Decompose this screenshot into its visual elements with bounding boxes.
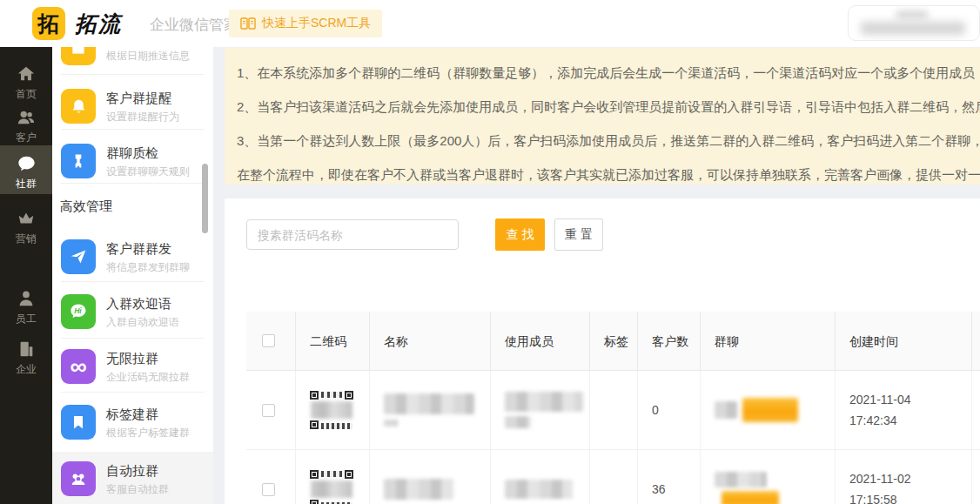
created-at-cell: 2021-11-02 17:15:58 — [836, 450, 972, 504]
redacted-text — [384, 393, 474, 414]
nav-item-customers[interactable]: 客户 — [0, 101, 52, 144]
sidebar-item-chat-inspection[interactable]: 群聊质检 设置群聊聊天规则 — [52, 144, 213, 198]
name-cell-redacted — [370, 450, 491, 504]
bookmark-icon — [61, 405, 96, 440]
sidebar-item-title: 无限拉群 — [106, 351, 158, 367]
nav-label: 企业 — [16, 363, 37, 375]
divider — [61, 183, 205, 184]
search-input[interactable] — [246, 219, 459, 250]
brand-logo-icon: 拓 — [32, 7, 65, 40]
redacted-group-tag — [722, 491, 779, 504]
svg-text:Hi: Hi — [74, 306, 82, 315]
instructions-notice: 1、在本系统添加多个群聊的二维码（群聊数量足够），添加完成后会生成一个渠道活码，… — [225, 48, 980, 185]
notice-line: 1、在本系统添加多个群聊的二维码（群聊数量足够），添加完成后会生成一个渠道活码，… — [237, 56, 980, 90]
table-header-qrcode: 二维码 — [296, 312, 370, 371]
wrench-icon — [61, 144, 96, 178]
sidebar-item-title: 群聊质检 — [106, 145, 158, 162]
row-checkbox[interactable] — [262, 404, 275, 417]
main-panel: 查 找 重 置 二维码 名称 使用成员 标签 客户数 群聊 创建时间 — [225, 198, 980, 504]
notice-line: 在整个流程中，即使在客户不入群或当客户退群时，该客户其实就已添加过客服，可以保持… — [237, 158, 980, 185]
redacted-avatar — [715, 472, 767, 487]
table-header-row: 二维码 名称 使用成员 标签 客户数 群聊 创建时间 — [246, 312, 980, 371]
sidebar-item-subtitle: 企业活码无限拉群 — [106, 370, 190, 385]
sidebar-item-title: 自动拉群 — [106, 463, 158, 480]
redacted-text — [505, 392, 583, 412]
table-header-customer-count: 客户数 — [638, 312, 701, 371]
created-time: 17:15:58 — [849, 489, 911, 504]
created-date: 2021-11-02 — [849, 468, 911, 489]
extra-cell — [972, 371, 980, 450]
sidebar-item-title: 入群欢迎语 — [106, 296, 171, 312]
sidebar-scrollbar-thumb[interactable] — [202, 164, 208, 233]
sidebar-item-group-reminder[interactable]: 客户群提醒 设置群提醒行为 — [52, 89, 213, 143]
qr-cell — [296, 371, 370, 450]
sidebar-item-unlimited-groups[interactable]: ∞ 无限拉群 企业活码无限拉群 — [52, 349, 213, 403]
members-cell-redacted — [491, 450, 590, 504]
extra-cell — [972, 450, 980, 504]
sidebar-item-date-push[interactable]: 根据日期推送信息 — [52, 45, 213, 76]
groupchat-cell-redacted — [701, 450, 836, 504]
created-at-cell: 2021-11-04 17:42:34 — [836, 371, 972, 450]
account-area-blurred[interactable] — [848, 5, 980, 41]
redacted-text — [505, 416, 531, 428]
account-blur-blob — [861, 22, 965, 35]
staff-person-icon — [17, 289, 36, 308]
table-header-select — [246, 312, 296, 371]
sidebar-item-tag-groups[interactable]: 标签建群 根据客户标签建群 — [52, 405, 213, 459]
brand-subtitle: 企业微信管家 — [150, 15, 238, 35]
brand-name: 拓流 — [75, 10, 122, 38]
crown-icon — [17, 209, 36, 228]
created-date: 2021-11-04 — [849, 389, 911, 410]
divider — [61, 281, 205, 282]
infinity-icon: ∞ — [61, 349, 96, 384]
name-cell-redacted — [370, 371, 491, 450]
nav-item-home[interactable]: 首页 — [0, 57, 52, 101]
sidebar-item-subtitle: 入群自动欢迎语 — [106, 315, 179, 330]
table-row[interactable]: 36 2021-11-02 17:15:58 — [246, 450, 980, 504]
sidebar-item-title: 客户群提醒 — [106, 91, 171, 107]
sidebar-item-title: 客户群群发 — [106, 241, 171, 258]
redacted-avatar — [715, 401, 737, 419]
open-book-icon — [240, 17, 256, 30]
sidebar-item-subtitle: 设置群聊聊天规则 — [106, 165, 190, 179]
sidebar-item-welcome-message[interactable]: Hi 入群欢迎语 入群自动欢迎语 — [52, 294, 213, 348]
customer-count-cell: 36 — [638, 450, 701, 504]
table-header-groupchat: 群聊 — [701, 312, 836, 371]
qr-code-table: 二维码 名称 使用成员 标签 客户数 群聊 创建时间 — [246, 312, 980, 504]
nav-item-enterprise[interactable]: 企业 — [0, 333, 52, 376]
reset-button[interactable]: 重 置 — [554, 218, 603, 251]
secondary-sidebar: 根据日期推送信息 客户群提醒 设置群提醒行为 群聊质检 设置群聊聊天规则 高效管… — [52, 45, 213, 504]
sidebar-item-group-broadcast[interactable]: 客户群群发 将信息群发到群聊 — [52, 239, 213, 293]
qr-code-image — [310, 387, 353, 433]
row-select-cell — [246, 371, 296, 450]
logo-char: 拓 — [38, 10, 60, 38]
divider — [61, 338, 205, 339]
home-icon — [17, 64, 36, 84]
redacted-text — [505, 480, 573, 499]
sidebar-item-auto-pull[interactable]: 自动拉群 客服自动拉群 — [52, 452, 213, 504]
table-header-members: 使用成员 — [491, 312, 590, 371]
select-all-checkbox[interactable] — [262, 334, 275, 347]
notice-line: 2、当客户扫该渠道活码之后就会先添加使用成员，同时客户会收到管理员提前设置的入群… — [237, 90, 980, 124]
hi-bubble-icon: Hi — [61, 294, 96, 329]
nav-item-marketing[interactable]: 营销 — [0, 202, 52, 245]
redacted-text — [384, 420, 398, 427]
divider — [61, 129, 205, 130]
people-group-icon — [61, 461, 96, 496]
divider — [61, 392, 205, 393]
sidebar-item-subtitle: 设置群提醒行为 — [106, 110, 179, 124]
row-checkbox[interactable] — [262, 483, 275, 496]
groupchat-cell-redacted — [701, 371, 836, 450]
find-button[interactable]: 查 找 — [495, 218, 545, 251]
table-header-tags: 标签 — [590, 312, 638, 371]
table-header-extra — [972, 312, 980, 371]
nav-label: 首页 — [16, 88, 37, 100]
nav-item-community[interactable]: 社群 — [0, 145, 52, 194]
nav-item-staff[interactable]: 员工 — [0, 282, 52, 326]
scrm-guide-badge[interactable]: 快速上手SCRM工具 — [229, 10, 382, 37]
account-blur-blob — [896, 11, 928, 18]
table-row[interactable]: 0 2021-11-04 17:42:34 — [246, 371, 980, 450]
badge-label: 快速上手SCRM工具 — [262, 16, 371, 31]
customers-icon — [17, 108, 36, 127]
tags-cell — [590, 371, 638, 450]
